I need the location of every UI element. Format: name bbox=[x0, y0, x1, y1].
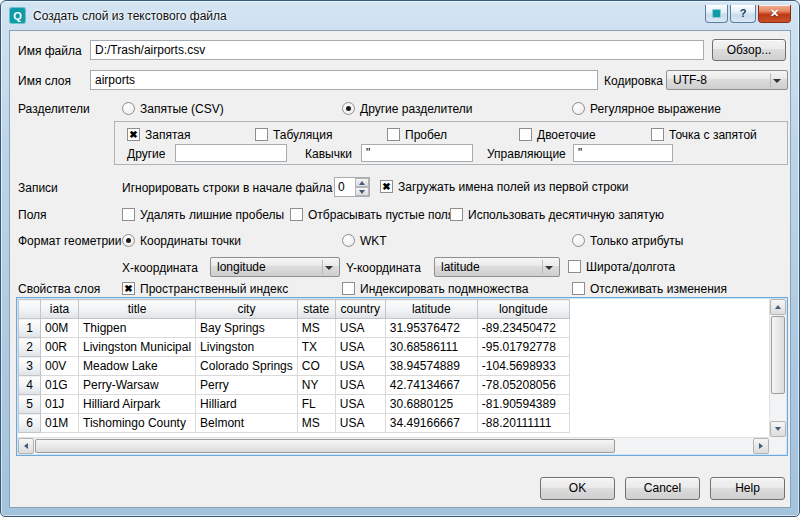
checkbox-label: Запятая bbox=[145, 128, 190, 142]
radio-label: Другие разделители bbox=[360, 102, 473, 116]
dialog-body: Имя файла Обзор... Имя слоя Кодировка UT… bbox=[9, 30, 791, 508]
cell: TX bbox=[297, 338, 335, 357]
vertical-scrollbar[interactable] bbox=[769, 299, 786, 437]
down-arrow-icon bbox=[775, 427, 781, 431]
cell: 01J bbox=[41, 395, 79, 414]
scroll-left-button[interactable] bbox=[18, 438, 34, 454]
table-row[interactable]: 4 01G Perry-Warsaw Perry NY USA 42.74134… bbox=[19, 376, 570, 395]
table-row[interactable]: 5 01J Hilliard Airpark Hilliard FL USA 3… bbox=[19, 395, 570, 414]
checkbox-label: Точка с запятой bbox=[669, 128, 757, 142]
preview-table-viewport: iata title city state country latitude l… bbox=[18, 299, 769, 437]
spinner-down-button[interactable] bbox=[355, 187, 369, 196]
checkbox-box bbox=[255, 128, 268, 141]
col-header-longitude[interactable]: longitude bbox=[477, 300, 569, 319]
radio-point-coordinates[interactable]: Координаты точки bbox=[122, 233, 241, 248]
radio-custom-delimiters[interactable]: Другие разделители bbox=[342, 101, 473, 116]
scroll-up-button[interactable] bbox=[770, 299, 786, 315]
quote-input[interactable] bbox=[361, 144, 473, 162]
col-header-iata[interactable]: iata bbox=[41, 300, 79, 319]
vertical-scroll-thumb[interactable] bbox=[771, 316, 785, 394]
layer-name-input[interactable] bbox=[90, 70, 598, 90]
checkbox-decimal-comma[interactable]: Использовать десятичную запятую bbox=[450, 207, 664, 222]
horizontal-scrollbar[interactable] bbox=[18, 437, 769, 454]
qgis-small-icon bbox=[712, 9, 721, 18]
cell: -78.05208056 bbox=[477, 376, 569, 395]
checkbox-label: Широта/долгота bbox=[586, 260, 675, 274]
spinner-up-button[interactable] bbox=[355, 178, 369, 187]
checkbox-label: Пробел bbox=[405, 128, 447, 142]
checkbox-semicolon[interactable]: Точка с запятой bbox=[651, 127, 757, 142]
checkbox-label: Удалять лишние пробелы bbox=[140, 208, 284, 222]
checkbox-label: Индексировать подмножества bbox=[360, 282, 529, 296]
checkbox-subset-index[interactable]: Индексировать подмножества bbox=[342, 281, 529, 296]
table-row[interactable]: 3 00V Meadow Lake Colorado Springs CO US… bbox=[19, 357, 570, 376]
checkbox-trim-spaces[interactable]: Удалять лишние пробелы bbox=[122, 207, 284, 222]
qgis-icon: Q bbox=[9, 7, 26, 24]
row-number: 5 bbox=[19, 395, 41, 414]
encoding-select[interactable]: UTF-8 bbox=[666, 70, 788, 90]
y-field-value: latitude bbox=[441, 260, 480, 274]
col-header-state[interactable]: state bbox=[297, 300, 335, 319]
browse-button[interactable]: Обзор... bbox=[712, 39, 786, 61]
cell: Meadow Lake bbox=[79, 357, 196, 376]
scroll-down-button[interactable] bbox=[770, 421, 786, 437]
window-help-button[interactable]: ? bbox=[730, 5, 756, 23]
checkbox-space[interactable]: Пробел bbox=[387, 127, 447, 142]
cell: Hilliard Airpark bbox=[79, 395, 196, 414]
x-coordinate-label: X-координата bbox=[122, 261, 198, 275]
checkbox-label: Отбрасывать пустые поля bbox=[308, 208, 454, 222]
y-coordinate-label: Y-координата bbox=[346, 261, 421, 275]
radio-wkt[interactable]: WKT bbox=[342, 233, 387, 248]
table-row[interactable]: 2 00R Livingston Municipal Livingston TX… bbox=[19, 338, 570, 357]
col-header-title[interactable]: title bbox=[79, 300, 196, 319]
checkbox-comma[interactable]: Запятая bbox=[127, 127, 190, 142]
col-header-city[interactable]: city bbox=[196, 300, 298, 319]
cell: Livingston bbox=[196, 338, 298, 357]
row-number: 1 bbox=[19, 319, 41, 338]
x-field-select[interactable]: longitude bbox=[210, 257, 340, 277]
checkbox-tab[interactable]: Табуляция bbox=[255, 127, 332, 142]
row-number: 6 bbox=[19, 414, 41, 433]
checkbox-box bbox=[122, 208, 135, 221]
escape-input[interactable] bbox=[573, 144, 673, 162]
window-close-button[interactable]: ✕ bbox=[758, 5, 791, 23]
skip-lines-input[interactable] bbox=[335, 178, 355, 196]
file-path-input[interactable] bbox=[90, 40, 704, 60]
cell: Bay Springs bbox=[196, 319, 298, 338]
ok-button[interactable]: OK bbox=[540, 477, 615, 500]
help-button[interactable]: Help bbox=[710, 477, 785, 500]
cell: Belmont bbox=[196, 414, 298, 433]
checkbox-discard-empty[interactable]: Отбрасывать пустые поля bbox=[290, 207, 454, 222]
corner-header[interactable] bbox=[19, 300, 41, 319]
cell: NY bbox=[297, 376, 335, 395]
col-header-latitude[interactable]: latitude bbox=[385, 300, 477, 319]
radio-dot bbox=[122, 102, 135, 115]
y-field-select[interactable]: latitude bbox=[434, 257, 560, 277]
skip-lines-spinner[interactable] bbox=[334, 177, 370, 197]
horizontal-scroll-thumb[interactable] bbox=[35, 439, 615, 453]
radio-dot bbox=[342, 234, 355, 247]
radio-attributes-only[interactable]: Только атрибуты bbox=[572, 233, 683, 248]
checkbox-spatial-index[interactable]: Пространственный индекс bbox=[122, 281, 288, 296]
checkbox-field-names-first-row[interactable]: Загружать имена полей из первой строки bbox=[380, 179, 629, 194]
window-menu-button[interactable] bbox=[705, 5, 728, 23]
cancel-button[interactable]: Cancel bbox=[625, 477, 700, 500]
window-title: Создать слой из текстового файла bbox=[33, 9, 227, 23]
scroll-right-button[interactable] bbox=[753, 438, 769, 454]
checkbox-lat-lon-dms[interactable]: Широта/долгота bbox=[568, 259, 675, 274]
header-row: iata title city state country latitude l… bbox=[19, 300, 570, 319]
title-bar[interactable]: Q Создать слой из текстового файла ? ✕ bbox=[1, 1, 799, 30]
col-header-country[interactable]: country bbox=[335, 300, 385, 319]
table-row[interactable]: 6 01M Tishomingo County Belmont MS USA 3… bbox=[19, 414, 570, 433]
layer-name-label: Имя слоя bbox=[18, 74, 71, 88]
checkbox-colon[interactable]: Двоеточие bbox=[519, 127, 596, 142]
row-number: 3 bbox=[19, 357, 41, 376]
checkbox-label: Пространственный индекс bbox=[140, 282, 288, 296]
radio-regexp[interactable]: Регулярное выражение bbox=[572, 101, 721, 116]
other-delimiter-input[interactable] bbox=[175, 144, 287, 162]
table-row[interactable]: 1 00M Thigpen Bay Springs MS USA 31.9537… bbox=[19, 319, 570, 338]
checkbox-label: Табуляция bbox=[273, 128, 332, 142]
radio-csv[interactable]: Запятые (CSV) bbox=[122, 101, 224, 116]
cell: 00M bbox=[41, 319, 79, 338]
checkbox-watch-file[interactable]: Отслеживать изменения bbox=[572, 281, 727, 296]
